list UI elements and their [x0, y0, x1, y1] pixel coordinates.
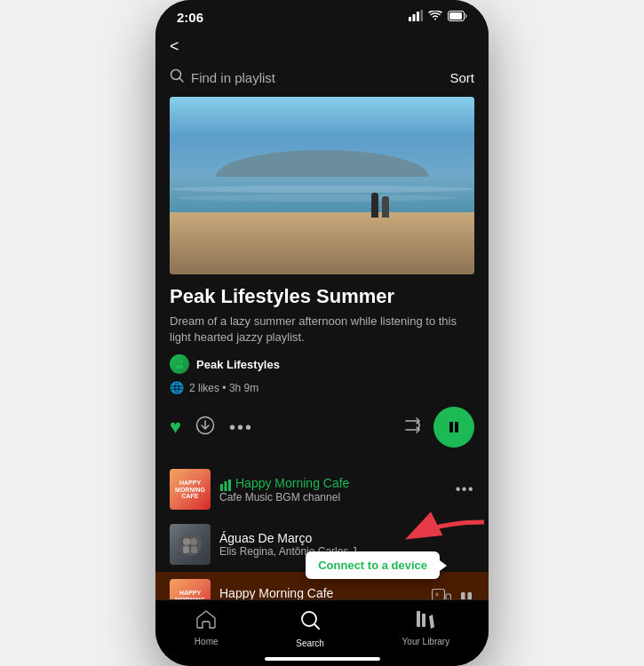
- battery-icon: [448, 9, 467, 25]
- svg-rect-31: [422, 614, 425, 627]
- controls-left: ♥ •••: [170, 416, 253, 440]
- playlist-title: Peak Lifestyles Summer: [170, 285, 474, 308]
- controls-right: [403, 407, 474, 448]
- home-indicator: [265, 657, 380, 661]
- top-nav: <: [155, 28, 489, 68]
- back-button[interactable]: <: [170, 34, 187, 59]
- svg-rect-19: [183, 546, 189, 553]
- nav-item-home[interactable]: Home: [195, 609, 219, 648]
- svg-rect-0: [409, 17, 411, 21]
- heart-button[interactable]: ♥: [170, 416, 181, 439]
- svg-point-16: [179, 533, 202, 556]
- search-icon: [170, 68, 184, 86]
- library-icon: [415, 609, 436, 634]
- signal-icon: [409, 10, 423, 24]
- playlist-content: Peak Lifestyles Summer Dream of a lazy s…: [155, 285, 489, 448]
- svg-rect-2: [417, 12, 419, 21]
- track-item[interactable]: Águas De Março Elis Regina, Antônio Carl…: [155, 517, 489, 572]
- nav-label-search: Search: [296, 638, 324, 648]
- svg-line-7: [179, 78, 183, 82]
- svg-line-29: [314, 624, 319, 629]
- author-icon: [170, 354, 189, 374]
- nav-label-library: Your Library: [402, 637, 450, 646]
- connect-to-device-tooltip[interactable]: Connect to a device: [306, 551, 440, 579]
- author-name[interactable]: Peak Lifestyles: [196, 358, 280, 371]
- svg-rect-15: [228, 480, 231, 491]
- bottom-nav: Home Search Your Library: [155, 599, 489, 666]
- phone-container: 2:06 < Find in playlist Sort: [155, 0, 489, 666]
- track-name: Happy Morning Cafe: [219, 476, 447, 490]
- playlist-meta-text: 2 likes • 3h 9m: [189, 382, 258, 394]
- sort-button[interactable]: Sort: [449, 70, 474, 85]
- home-icon: [195, 609, 217, 634]
- svg-point-8: [180, 361, 183, 363]
- status-icons: [409, 9, 467, 25]
- svg-rect-20: [191, 546, 197, 553]
- search-bar: Find in playlist Sort: [155, 68, 489, 97]
- playlist-author: Peak Lifestyles: [170, 354, 474, 374]
- nav-item-library[interactable]: Your Library: [402, 609, 450, 648]
- svg-rect-22: [436, 593, 439, 597]
- svg-point-17: [183, 538, 190, 545]
- svg-rect-12: [455, 422, 458, 432]
- svg-rect-30: [417, 611, 420, 627]
- track-name: Happy Morning Cafe: [219, 586, 423, 600]
- svg-rect-13: [220, 484, 223, 491]
- album-art: [170, 97, 474, 274]
- track-more-button[interactable]: •••: [456, 481, 474, 497]
- album-art-container: [155, 97, 489, 285]
- svg-point-18: [190, 538, 197, 545]
- nav-label-home: Home: [195, 637, 219, 646]
- svg-rect-1: [413, 14, 416, 21]
- search-left: Find in playlist: [170, 68, 275, 86]
- download-button[interactable]: [195, 416, 215, 440]
- controls-row: ♥ •••: [170, 407, 474, 448]
- play-pause-button[interactable]: [433, 407, 474, 448]
- track-item[interactable]: HAPPYMORNINGCAFE Happy Morning Cafe Cafe…: [155, 462, 489, 517]
- more-options-button[interactable]: •••: [229, 417, 253, 438]
- playlist-meta: 🌐 2 likes • 3h 9m: [170, 381, 474, 394]
- svg-rect-14: [225, 481, 227, 491]
- svg-rect-11: [449, 422, 453, 432]
- playlist-description: Dream of a lazy summer afternoon while l…: [170, 313, 474, 345]
- nav-item-search[interactable]: Search: [296, 609, 324, 648]
- track-info: Happy Morning Cafe Cafe Music BGM channe…: [219, 476, 447, 503]
- status-bar: 2:06: [155, 0, 489, 28]
- track-thumbnail: HAPPYMORNINGCAFE: [170, 469, 211, 510]
- status-time: 2:06: [177, 10, 203, 25]
- wifi-icon: [428, 11, 442, 24]
- globe-icon: 🌐: [170, 381, 184, 394]
- search-nav-icon: [299, 609, 321, 636]
- search-placeholder[interactable]: Find in playlist: [191, 70, 275, 85]
- track-thumbnail: [170, 524, 211, 565]
- svg-rect-3: [421, 10, 424, 21]
- track-name: Águas De Março: [219, 531, 474, 545]
- shuffle-button[interactable]: [403, 416, 423, 440]
- svg-rect-5: [449, 12, 462, 20]
- track-artist: Cafe Music BGM channel: [219, 491, 447, 503]
